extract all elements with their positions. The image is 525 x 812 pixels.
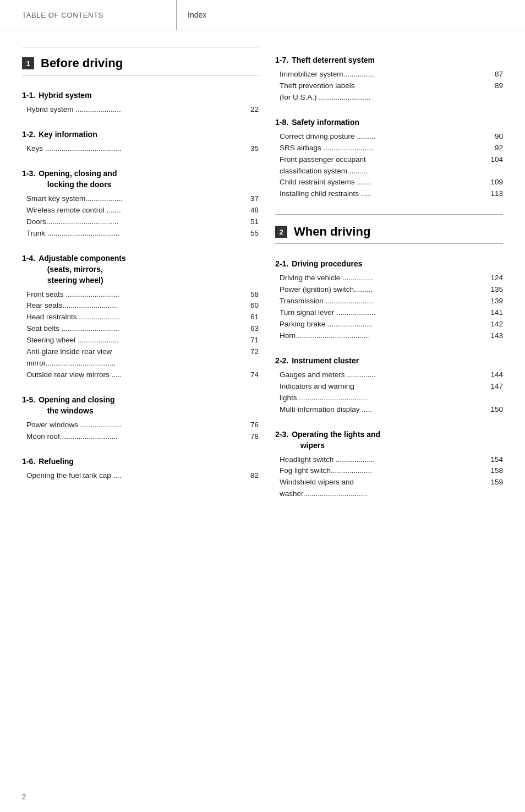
toc-entry: Steering wheel .................... 71 [26,335,259,346]
section-1-5-heading: Opening and closing [39,395,114,404]
section-1-7: 1-7. Theft deterrent system Immobilizer … [275,56,503,103]
toc-entry: Trunk ..................................… [26,228,259,239]
toc-entry: Parking brake ...................... 142 [280,319,503,330]
section-2-2-heading: Instrument cluster [292,356,359,365]
section-1-3: 1-3. Opening, closing and locking the do… [22,169,259,239]
section-1-2-number: 1-2. [22,130,35,141]
section-1-5-entries: Power windows .................... 76 Mo… [22,419,259,443]
toc-entry: Headlight switch ................... 154 [280,454,503,466]
section-1-6: 1-6. Refueling Opening the fuel tank cap… [22,457,259,482]
toc-entry: Multi-information display ..... 150 [280,404,503,416]
toc-entry: Wireless remote control ....... 48 [26,205,259,216]
toc-entry: Outside rear view mirrors ..... 74 [26,369,259,381]
right-column: 1-7. Theft deterrent system Immobilizer … [275,47,503,514]
chapter1-title: Before driving [41,56,123,70]
section-1-2: 1-2. Key information Keys ..............… [22,130,259,155]
main-content: 1 Before driving 1-1. Hybrid system Hybr… [0,30,525,536]
toc-entry: Driving the vehicle ............... 124 [280,273,503,284]
toc-entry: Seat belts ............................ … [26,323,259,335]
toc-entry: Keys ...................................… [26,143,259,155]
header-left: TABLE OF CONTENTS [0,0,176,30]
toc-entry: Turn signal lever ................... 14… [280,307,503,319]
section-1-6-number: 1-6. [22,457,35,468]
section-1-7-entries: Immobilizer system............... 87 The… [275,69,503,103]
section-1-1-number: 1-1. [22,91,35,102]
footer: 2 [22,793,26,801]
toc-entry: Anti-glare inside rear viewmirror.......… [26,346,259,369]
section-1-6-entries: Opening the fuel tank cap .... 82 [22,470,259,482]
section-1-5-number: 1-5. [22,395,35,417]
page: TABLE OF CONTENTS Index 1 Before driving… [0,0,525,812]
section-1-1-heading: Hybrid system [39,91,91,100]
chapter2-header: 2 When driving [275,225,503,239]
section-2-2-entries: Gauges and meters .............. 144 Ind… [275,369,503,416]
section-2-1-heading: Driving procedures [292,259,362,268]
section-1-8-number: 1-8. [275,118,288,129]
toc-entry: Power windows .................... 76 [26,419,259,431]
section-1-7-number: 1-7. [275,56,288,67]
chapter2-divider [275,214,503,215]
section-1-5: 1-5. Opening and closing the windows Pow… [22,395,259,443]
left-column: 1 Before driving 1-1. Hybrid system Hybr… [22,47,259,514]
header-right: Index [177,0,217,30]
section-1-2-heading: Key information [39,130,97,139]
toc-entry: Immobilizer system............... 87 [280,69,503,80]
section-1-4-heading: Adjustable components [39,254,126,263]
toc-entry: Front seats .......................... 5… [26,289,259,301]
toc-entry: Hybrid system ...................... 22 [26,104,259,116]
page-number: 2 [22,793,26,801]
toc-entry: Rear seats........................... 60 [26,300,259,312]
header-toc-label: TABLE OF CONTENTS [22,11,103,19]
chapter1-header: 1 Before driving [22,56,259,70]
chapter2-number: 2 [275,226,287,238]
toc-entry: Child restraint systems ....... 109 [280,177,503,188]
toc-entry: Opening the fuel tank cap .... 82 [26,470,259,482]
section-2-3-number: 2-3. [275,430,288,452]
section-1-8: 1-8. Safety information Correct driving … [275,118,503,200]
section-1-2-entries: Keys ...................................… [22,143,259,155]
toc-entry: Fog light switch.................... 158 [280,465,503,477]
section-2-3: 2-3. Operating the lights and wipers Hea… [275,430,503,500]
toc-entry: Correct driving posture ......... 90 [280,131,503,143]
section-1-8-entries: Correct driving posture ......... 90 SRS… [275,131,503,200]
section-1-3-heading: Opening, closing and [39,169,117,178]
section-1-4-heading2: (seats, mirrors, [39,265,126,274]
header-index-label: Index [188,10,206,19]
section-2-3-heading2: wipers [292,441,380,450]
toc-entry: Front passenger occupantclassification s… [280,154,503,177]
toc-entry: Indicators and warninglights ...........… [280,381,503,404]
chapter2-title: When driving [294,225,370,239]
toc-entry: Installing child restraints ..... 113 [280,188,503,200]
section-1-4-heading3: steering wheel) [39,276,126,285]
toc-entry: Head restraints..................... 61 [26,312,259,323]
section-1-3-heading2: locking the doors [39,180,117,189]
section-2-3-entries: Headlight switch ................... 154… [275,454,503,500]
toc-entry: Moon roof............................ 78 [26,431,259,443]
section-1-4-entries: Front seats .......................... 5… [22,289,259,381]
section-1-1: 1-1. Hybrid system Hybrid system .......… [22,91,259,116]
chapter1-underline [22,75,259,75]
section-1-4-number: 1-4. [22,254,35,287]
toc-entry: Transmission ....................... 139 [280,296,503,307]
toc-entry: Windshield wipers andwasher.............… [280,477,503,500]
section-1-3-entries: Smart key system.................. 37 Wi… [22,193,259,239]
section-1-5-heading2: the windows [39,406,114,415]
section-1-7-heading: Theft deterrent system [292,56,375,64]
toc-entry: SRS airbags ......................... 92 [280,143,503,154]
chapter2-underline [275,243,503,244]
section-2-2-number: 2-2. [275,356,288,367]
toc-entry: Gauges and meters .............. 144 [280,369,503,381]
section-1-3-number: 1-3. [22,169,35,191]
toc-entry: Smart key system.................. 37 [26,193,259,205]
section-1-4: 1-4. Adjustable components (seats, mirro… [22,254,259,381]
toc-entry: Doors...................................… [26,216,259,228]
header: TABLE OF CONTENTS Index [0,0,525,30]
section-1-8-heading: Safety information [292,118,359,127]
section-1-1-entries: Hybrid system ...................... 22 [22,104,259,116]
chapter1-number: 1 [22,57,34,69]
section-2-2: 2-2. Instrument cluster Gauges and meter… [275,356,503,416]
toc-entry: Theft prevention labels(for U.S.A.) ....… [280,80,503,103]
toc-entry: Horn....................................… [280,330,503,342]
section-1-6-heading: Refueling [39,457,74,466]
section-2-3-heading: Operating the lights and [292,430,380,439]
